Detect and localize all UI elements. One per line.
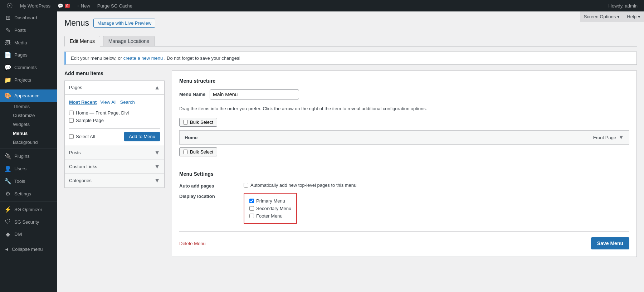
page-home-checkbox[interactable]: [69, 111, 74, 115]
menu-settings-heading: Menu Settings: [179, 165, 629, 177]
page-sample-checkbox[interactable]: [69, 118, 74, 123]
admin-sidebar: ⊞ Dashboard ✎ Posts 🖼 Media 📄 Pages 💬 Co…: [0, 11, 57, 292]
sidebar-subitem-customize[interactable]: Customize: [0, 111, 57, 120]
add-menu-items-heading: Add menu items: [64, 70, 165, 76]
sidebar-item-pages[interactable]: 📄 Pages: [0, 49, 57, 61]
pages-accordion-arrow-icon: ▲: [154, 84, 160, 91]
sidebar-item-sg-security[interactable]: 🛡 SG Security: [0, 216, 57, 228]
sidebar-label-media: Media: [14, 40, 27, 45]
sg-optimizer-icon: ⚡: [4, 206, 11, 213]
display-location-value: Primary Menu Secondary Menu Footer Menu: [244, 193, 629, 224]
sidebar-item-tools[interactable]: 🔧 Tools: [0, 175, 57, 188]
filter-view-all[interactable]: View All: [100, 99, 116, 105]
sidebar-label-posts: Posts: [14, 28, 26, 33]
projects-icon: 📁: [4, 77, 11, 83]
bulk-select-top-checkbox[interactable]: [183, 120, 188, 125]
collapse-label: Collapse menu: [12, 247, 43, 252]
site-name-item[interactable]: My WordPress: [16, 0, 54, 11]
sidebar-label-pages: Pages: [14, 52, 28, 58]
sidebar-label-divi: Divi: [14, 232, 22, 237]
collapse-icon: ◄: [4, 247, 9, 252]
sidebar-separator-1: [0, 88, 57, 88]
sidebar-item-comments[interactable]: 💬 Comments: [0, 61, 57, 74]
sidebar-sublabel-widgets: Widgets: [13, 122, 30, 127]
page-sample-label[interactable]: Sample Page: [76, 118, 104, 123]
menu-item-type-wrap: Front Page ▼: [593, 134, 624, 141]
location-footer-checkbox[interactable]: [249, 214, 254, 218]
help-arrow-icon: ▾: [638, 14, 640, 19]
filter-most-recent[interactable]: Most Recent: [69, 99, 97, 105]
location-primary-checkbox[interactable]: [249, 199, 254, 203]
screen-options-button[interactable]: Screen Options ▾: [580, 11, 624, 22]
save-menu-button[interactable]: Save Menu: [591, 237, 629, 249]
select-all-checkbox[interactable]: [69, 134, 74, 139]
auto-add-checkbox[interactable]: [244, 183, 248, 188]
help-button[interactable]: Help ▾: [623, 11, 644, 22]
sidebar-item-appearance[interactable]: 🎨 Appearance: [0, 89, 57, 102]
sidebar-item-users[interactable]: 👤 Users: [0, 162, 57, 175]
sidebar-item-settings[interactable]: ⚙ Settings: [0, 188, 57, 200]
screen-meta-toggle: Screen Options ▾ Help ▾: [580, 11, 644, 22]
divi-icon: ◆: [4, 231, 11, 238]
sidebar-item-divi[interactable]: ◆ Divi: [0, 228, 57, 240]
select-all-label[interactable]: Select All: [76, 134, 95, 139]
sidebar-subitem-widgets[interactable]: Widgets: [0, 120, 57, 129]
collapse-menu-item[interactable]: ◄ Collapse menu: [0, 244, 57, 255]
tab-edit-menus[interactable]: Edit Menus: [64, 36, 100, 47]
new-label: + New: [77, 3, 90, 9]
pages-accordion-title[interactable]: Pages ▲: [65, 81, 164, 95]
menu-name-label: Menu Name: [179, 92, 205, 97]
purge-cache-item[interactable]: Purge SG Cache: [94, 0, 136, 11]
delete-menu-link[interactable]: Delete Menu: [179, 241, 206, 246]
menu-item-dropdown-icon[interactable]: ▼: [618, 134, 624, 141]
pages-accordion-label: Pages: [69, 85, 82, 90]
main-content: Menus Manage with Live Preview Edit Menu…: [57, 11, 644, 292]
add-to-menu-button[interactable]: Add to Menu: [124, 132, 160, 141]
page-home-label[interactable]: Home — Front Page, Divi: [76, 110, 129, 116]
comments-count: 0: [65, 4, 70, 8]
menu-settings-section: Menu Settings Auto add pages Automatical…: [179, 165, 629, 224]
categories-accordion-label: Categories: [69, 178, 92, 183]
menu-item-home[interactable]: Home Front Page ▼: [179, 130, 629, 145]
sidebar-item-dashboard[interactable]: ⊞ Dashboard: [0, 11, 57, 24]
page-title: Menus: [64, 18, 89, 29]
posts-accordion-title[interactable]: Posts ▼: [65, 146, 164, 160]
filter-search[interactable]: Search: [120, 99, 135, 105]
auto-add-checkbox-label: Automatically add new top-level pages to…: [250, 182, 356, 188]
create-new-menu-link-text: create a new menu: [123, 55, 163, 61]
screen-options-label: Screen Options: [584, 14, 616, 19]
notice-text-after: . Do not forget to save your changes!: [164, 55, 240, 61]
pages-filter-tabs: Most Recent View All Search: [69, 99, 160, 105]
sidebar-item-projects[interactable]: 📁 Projects: [0, 74, 57, 86]
location-secondary-checkbox[interactable]: [249, 206, 254, 211]
bulk-select-top-button[interactable]: Bulk Select: [179, 118, 217, 127]
manage-live-preview-button[interactable]: Manage with Live Preview: [93, 19, 155, 28]
sidebar-item-sg-optimizer[interactable]: ⚡ SG Optimizer: [0, 203, 57, 216]
menu-structure-panel: Menu structure Menu Name Drag the items …: [172, 70, 637, 257]
bulk-select-bottom-button[interactable]: Bulk Select: [179, 147, 217, 156]
plugins-icon: 🔌: [4, 153, 11, 160]
sidebar-item-media[interactable]: 🖼 Media: [0, 36, 57, 49]
sidebar-item-plugins[interactable]: 🔌 Plugins: [0, 150, 57, 162]
filter-most-recent-label: Most Recent: [69, 99, 97, 105]
sidebar-subitem-background[interactable]: Background: [0, 138, 57, 147]
menu-name-input[interactable]: [210, 89, 299, 99]
sidebar-label-dashboard: Dashboard: [14, 15, 37, 20]
menu-structure-heading: Menu structure: [179, 78, 629, 84]
tab-manage-locations[interactable]: Manage Locations: [103, 36, 155, 46]
custom-links-accordion-title[interactable]: Custom Links ▼: [65, 160, 164, 174]
bulk-select-bottom: Bulk Select: [179, 147, 629, 156]
sidebar-subitem-themes[interactable]: Themes: [0, 102, 57, 111]
add-to-menu-label: Add to Menu: [129, 134, 155, 139]
sidebar-label-users: Users: [14, 166, 26, 171]
sidebar-subitem-menus[interactable]: Menus: [0, 129, 57, 138]
bulk-select-bottom-checkbox[interactable]: [183, 150, 188, 154]
new-content-item[interactable]: + New: [73, 0, 94, 11]
comments-item[interactable]: 💬 0: [54, 0, 73, 11]
sidebar-item-posts[interactable]: ✎ Posts: [0, 24, 57, 36]
categories-accordion-title[interactable]: Categories ▼: [65, 174, 164, 188]
wp-logo-item[interactable]: ☉: [3, 0, 16, 11]
menu-name-row: Menu Name: [179, 89, 629, 99]
sidebar-separator-3: [0, 201, 57, 202]
create-new-menu-link[interactable]: create a new menu: [123, 55, 164, 61]
